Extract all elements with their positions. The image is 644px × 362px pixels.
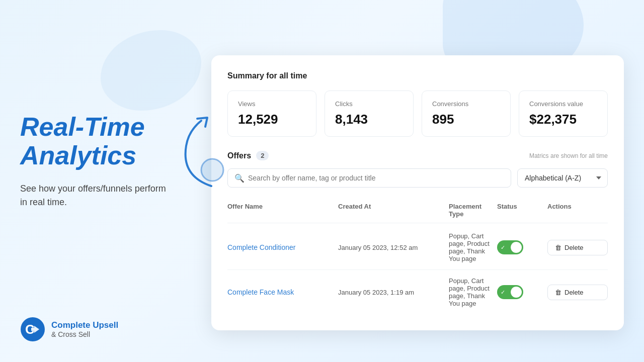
stat-conversions: Conversions 895 [422, 90, 511, 137]
arrow-decoration [171, 116, 231, 198]
trash-icon-2: 🗑 [555, 289, 561, 296]
logo-area: C Complete Upsell & Cross Sell [20, 317, 118, 342]
col-placement-type: Placement Type [449, 203, 497, 218]
stat-clicks-value: 8,143 [335, 112, 403, 127]
summary-title: Summary for all time [227, 71, 608, 80]
delete-label-1: Delete [565, 244, 584, 251]
logo-name: Complete Upsell [51, 320, 118, 330]
stat-conv-value-label: Conversions value [529, 100, 597, 108]
search-icon: 🔍 [234, 173, 245, 183]
stats-grid: Views 12,529 Clicks 8,143 Conversions 89… [227, 90, 608, 137]
offers-count-badge: 2 [256, 151, 269, 160]
table-header: Offer Name Created At Placement Type Sta… [227, 198, 608, 223]
stat-clicks: Clicks 8,143 [325, 90, 414, 137]
table-row: Complete Face Mask January 05 2023, 1:19… [227, 270, 608, 314]
offer-date-1: January 05 2023, 12:52 am [338, 244, 449, 251]
offer-placement-1: Popup, Cart page, Product page, Thank Yo… [449, 232, 497, 262]
toggle-check-2: ✓ [501, 289, 505, 296]
stat-conv-value-value: $22,375 [529, 112, 597, 127]
logo-icon: C [20, 317, 45, 342]
toggle-check-1: ✓ [501, 244, 505, 251]
col-actions: Actions [547, 203, 608, 218]
delete-label-2: Delete [565, 289, 584, 296]
toggle-switch-2[interactable]: ✓ [497, 285, 523, 299]
stat-conversions-value: 895 [432, 112, 500, 127]
main-card: Summary for all time Views 12,529 Clicks… [211, 55, 624, 330]
stat-views: Views 12,529 [227, 90, 316, 137]
offers-title-row: Offers 2 [227, 151, 269, 160]
offers-header: Offers 2 Matrics are shown for all time [227, 151, 608, 160]
offer-date-2: January 05 2023, 1:19 am [338, 289, 449, 296]
offers-section: Offers 2 Matrics are shown for all time … [227, 151, 608, 314]
delete-button-2[interactable]: 🗑 Delete [547, 285, 608, 300]
logo-tagline: & Cross Sell [51, 330, 118, 338]
search-row: 🔍 Alphabetical (A-Z) Alphabetical (Z-A) … [227, 168, 608, 188]
stat-clicks-label: Clicks [335, 100, 403, 108]
stat-conversions-value: Conversions value $22,375 [519, 90, 608, 137]
search-wrapper: 🔍 [227, 168, 511, 188]
logo-text: Complete Upsell & Cross Sell [51, 320, 118, 338]
delete-button-1[interactable]: 🗑 Delete [547, 240, 608, 255]
offer-toggle-2: ✓ [497, 285, 547, 299]
offer-toggle-1: ✓ [497, 240, 547, 254]
offers-meta: Matrics are shown for all time [529, 152, 608, 159]
hero-subtitle: See how your offers/funnels perform in r… [20, 182, 171, 209]
sort-select[interactable]: Alphabetical (A-Z) Alphabetical (Z-A) Ne… [517, 168, 608, 188]
trash-icon-1: 🗑 [555, 244, 561, 251]
stat-views-label: Views [238, 100, 306, 108]
stat-conversions-label: Conversions [432, 100, 500, 108]
summary-section: Summary for all time Views 12,529 Clicks… [227, 71, 608, 137]
offer-placement-2: Popup, Cart page, Product page, Thank Yo… [449, 277, 497, 307]
table-row: Complete Conditioner January 05 2023, 12… [227, 225, 608, 270]
col-status: Status [497, 203, 547, 218]
offer-link-conditioner[interactable]: Complete Conditioner [227, 243, 338, 251]
col-offer-name: Offer Name [227, 203, 338, 218]
col-created-at: Created At [338, 203, 449, 218]
search-input[interactable] [227, 168, 511, 188]
stat-views-value: 12,529 [238, 112, 306, 127]
toggle-switch-1[interactable]: ✓ [497, 240, 523, 254]
offer-link-face-mask[interactable]: Complete Face Mask [227, 288, 338, 296]
